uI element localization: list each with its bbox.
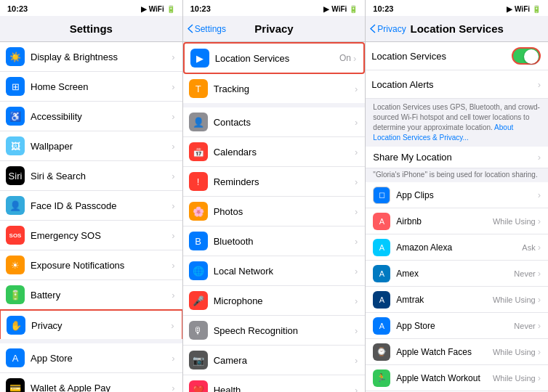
- share-row[interactable]: Share My Location ›: [366, 147, 548, 168]
- settings-section-1: ☀️ Display & Brightness › ⊞ Home Screen …: [0, 42, 182, 340]
- privacy-bluetooth-chevron: ›: [355, 236, 358, 247]
- privacy-calendars[interactable]: 📅 Calendars ›: [183, 137, 366, 167]
- nav-title-ls: Location Services: [410, 23, 503, 35]
- app-appclips[interactable]: ◻ App Clips ›: [366, 182, 548, 208]
- settings-appstore[interactable]: A App Store ›: [0, 343, 182, 373]
- watchfaces-chevron: ›: [538, 346, 541, 357]
- emergencysos-icon: SOS: [6, 226, 25, 245]
- tracking-icon: T: [189, 79, 208, 98]
- app-amex[interactable]: A Amex Never ›: [366, 261, 548, 287]
- privacy-microphone-icon: 🎤: [189, 291, 208, 310]
- locationservices-status: On: [339, 53, 351, 63]
- privacy-scroll[interactable]: ▶ Location Services On › T Tracking › 👤: [183, 42, 366, 392]
- app-list[interactable]: ◻ App Clips › A Airbnb While Using › A A…: [366, 182, 548, 392]
- privacy-reminders[interactable]: ! Reminders ›: [183, 167, 366, 197]
- wallet-chevron: ›: [172, 383, 174, 393]
- app-appstore[interactable]: A App Store Never ›: [366, 313, 548, 339]
- privacy-reminders-label: Reminders: [214, 176, 355, 187]
- settings-wallpaper[interactable]: 🖼 Wallpaper ›: [0, 131, 182, 161]
- wifi-icon-3: WiFi: [515, 5, 530, 13]
- watchworkout-name: Apple Watch Workout: [396, 373, 493, 383]
- settings-wallet[interactable]: 💳 Wallet & Apple Pay ›: [0, 373, 182, 392]
- privacy-microphone[interactable]: 🎤 Microphone ›: [183, 286, 366, 316]
- privacy-photos-icon: 🌸: [189, 202, 208, 221]
- settings-homescreen[interactable]: ⊞ Home Screen ›: [0, 72, 182, 102]
- ls-toggle-label: Location Services: [371, 51, 512, 62]
- siri-label: Siri & Search: [31, 171, 172, 181]
- settings-emergencysos[interactable]: SOS Emergency SOS ›: [0, 221, 182, 250]
- ls-toggle[interactable]: [512, 47, 541, 65]
- faceid-label: Face ID & Passcode: [31, 200, 172, 211]
- privacy-contacts-icon: 👤: [189, 113, 208, 131]
- privacy-camera[interactable]: 📷 Camera ›: [183, 346, 366, 375]
- privacy-tracking[interactable]: T Tracking ›: [183, 74, 366, 103]
- exposure-label: Exposure Notifications: [31, 260, 172, 271]
- emergencysos-chevron: ›: [172, 230, 174, 241]
- airbnb-permission: While Using: [493, 217, 536, 226]
- privacy-health-label: Health: [214, 385, 355, 393]
- app-watchworkout[interactable]: 🏃 Apple Watch Workout While Using ›: [366, 365, 548, 391]
- privacy-contacts-chevron: ›: [355, 117, 358, 128]
- privacy-camera-label: Camera: [214, 355, 355, 366]
- app-airbnb[interactable]: A Airbnb While Using ›: [366, 208, 548, 234]
- settings-faceid[interactable]: 👤 Face ID & Passcode ›: [0, 191, 182, 221]
- display-icon: ☀️: [6, 47, 25, 66]
- privacy-microphone-label: Microphone: [214, 295, 355, 306]
- appstore-item-chevron: ›: [538, 320, 541, 331]
- battery-item-icon: 🔋: [6, 285, 25, 304]
- appstore-item-icon: A: [373, 317, 390, 335]
- privacy-localnetwork-chevron: ›: [355, 266, 358, 277]
- privacy-chevron: ›: [171, 320, 174, 331]
- homescreen-chevron: ›: [172, 81, 174, 92]
- ls-alerts-row[interactable]: Location Alerts ›: [366, 70, 548, 98]
- privacy-locationservices[interactable]: ▶ Location Services On ›: [183, 42, 366, 74]
- settings-exposure[interactable]: ☀ Exposure Notifications ›: [0, 250, 182, 280]
- homescreen-icon: ⊞: [6, 77, 25, 96]
- nav-back-locationservices[interactable]: Privacy: [370, 24, 406, 34]
- settings-siri[interactable]: Siri Siri & Search ›: [0, 161, 182, 191]
- amex-permission: Never: [514, 269, 535, 278]
- toggle-knob: [524, 49, 539, 64]
- settings-privacy[interactable]: ✋ Privacy ›: [0, 309, 182, 340]
- privacy-contacts[interactable]: 👤 Contacts ›: [183, 107, 366, 137]
- locationservices-icon: ▶: [190, 49, 209, 68]
- privacy-microphone-right: ›: [355, 295, 358, 306]
- ls-alerts-right: ›: [538, 79, 541, 90]
- settings-accessibility[interactable]: ♿ Accessibility ›: [0, 102, 182, 131]
- app-alexa[interactable]: A Amazon Alexa Ask ›: [366, 234, 548, 261]
- locationservices-right: On ›: [339, 53, 356, 64]
- wallet-icon: 💳: [6, 378, 25, 392]
- privacy-photos-label: Photos: [214, 206, 355, 217]
- app-watchfaces[interactable]: ⌚ Apple Watch Faces While Using ›: [366, 339, 548, 365]
- privacy-speech[interactable]: 🎙 Speech Recognition ›: [183, 316, 366, 346]
- homescreen-label: Home Screen: [31, 81, 172, 92]
- appstore-right: ›: [172, 353, 174, 364]
- siri-icon: Siri: [6, 166, 25, 185]
- privacy-health[interactable]: ❤️ Health ›: [183, 375, 366, 392]
- watchfaces-name: Apple Watch Faces: [396, 347, 493, 357]
- airbnb-chevron: ›: [538, 216, 541, 226]
- privacy-localnetwork-icon: 🌐: [189, 261, 208, 280]
- emergencysos-label: Emergency SOS: [31, 230, 172, 241]
- watchfaces-icon: ⌚: [373, 343, 390, 361]
- privacy-localnetwork[interactable]: 🌐 Local Network ›: [183, 256, 366, 286]
- settings-display[interactable]: ☀️ Display & Brightness ›: [0, 42, 182, 72]
- privacy-health-right: ›: [355, 385, 358, 393]
- time-1: 10:23: [7, 4, 28, 13]
- settings-battery[interactable]: 🔋 Battery ›: [0, 280, 182, 310]
- privacy-contacts-label: Contacts: [214, 117, 355, 128]
- wallet-right: ›: [172, 383, 174, 393]
- display-chevron: ›: [172, 52, 174, 62]
- privacy-bluetooth[interactable]: B Bluetooth ›: [183, 226, 366, 256]
- appstore-item-name: App Store: [396, 321, 514, 331]
- settings-scroll[interactable]: ☀️ Display & Brightness › ⊞ Home Screen …: [0, 42, 182, 392]
- exposure-right: ›: [172, 260, 174, 271]
- privacy-photos[interactable]: 🌸 Photos ›: [183, 197, 366, 226]
- battery-chevron: ›: [172, 290, 174, 301]
- siri-chevron: ›: [172, 171, 174, 181]
- signal-icon: ▶: [141, 5, 147, 13]
- app-amtrak[interactable]: A Amtrak While Using ›: [366, 287, 548, 313]
- wifi-icon: WiFi: [149, 5, 164, 13]
- nav-back-privacy[interactable]: Settings: [188, 24, 226, 34]
- appclips-name: App Clips: [396, 190, 537, 200]
